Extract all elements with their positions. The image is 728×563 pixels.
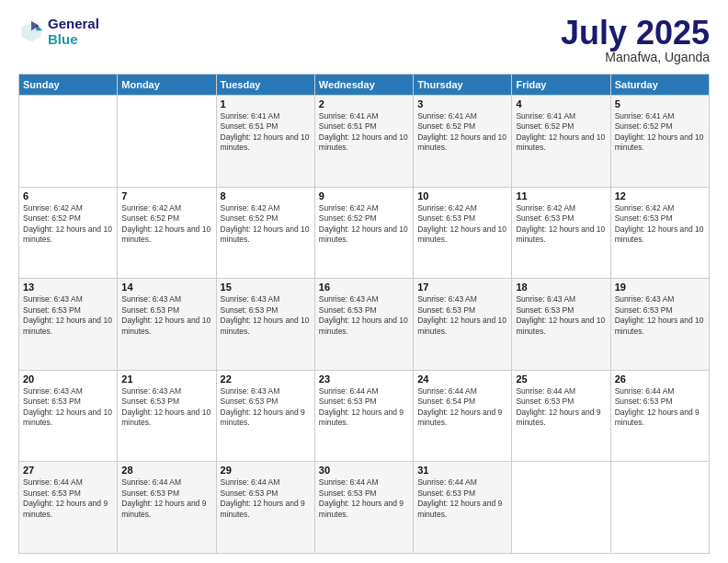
day-info: Sunrise: 6:44 AM Sunset: 6:53 PM Dayligh… <box>221 477 311 520</box>
day-info: Sunrise: 6:41 AM Sunset: 6:51 PM Dayligh… <box>319 111 409 154</box>
logo: General Blue <box>18 17 99 47</box>
day-number: 20 <box>23 373 113 385</box>
header-row: Sunday Monday Tuesday Wednesday Thursday… <box>19 75 710 96</box>
day-info: Sunrise: 6:41 AM Sunset: 6:51 PM Dayligh… <box>221 111 311 154</box>
day-number: 10 <box>417 190 507 201</box>
day-info: Sunrise: 6:44 AM Sunset: 6:54 PM Dayligh… <box>417 386 507 429</box>
calendar-cell: 14Sunrise: 6:43 AM Sunset: 6:53 PM Dayli… <box>118 279 216 371</box>
day-info: Sunrise: 6:43 AM Sunset: 6:53 PM Dayligh… <box>516 294 606 337</box>
calendar-cell: 31Sunrise: 6:44 AM Sunset: 6:53 PM Dayli… <box>414 462 512 554</box>
calendar-cell: 22Sunrise: 6:43 AM Sunset: 6:53 PM Dayli… <box>216 370 314 462</box>
calendar-cell: 27Sunrise: 6:44 AM Sunset: 6:53 PM Dayli… <box>19 462 118 554</box>
day-number: 27 <box>23 465 113 476</box>
page: General Blue July 2025 Manafwa, Uganda S… <box>0 0 728 563</box>
calendar-cell: 2Sunrise: 6:41 AM Sunset: 6:51 PM Daylig… <box>314 96 413 188</box>
calendar-cell: 18Sunrise: 6:43 AM Sunset: 6:53 PM Dayli… <box>512 279 610 371</box>
day-number: 22 <box>221 373 311 385</box>
day-number: 13 <box>23 282 113 293</box>
day-info: Sunrise: 6:43 AM Sunset: 6:53 PM Dayligh… <box>23 294 113 337</box>
calendar-week-2: 6Sunrise: 6:42 AM Sunset: 6:52 PM Daylig… <box>19 187 710 279</box>
day-number: 30 <box>319 465 409 476</box>
calendar-cell: 5Sunrise: 6:41 AM Sunset: 6:52 PM Daylig… <box>610 96 709 188</box>
day-info: Sunrise: 6:42 AM Sunset: 6:53 PM Dayligh… <box>615 203 705 246</box>
day-number: 24 <box>417 373 507 385</box>
calendar-cell: 19Sunrise: 6:43 AM Sunset: 6:53 PM Dayli… <box>610 279 709 371</box>
calendar-cell: 24Sunrise: 6:44 AM Sunset: 6:54 PM Dayli… <box>414 370 512 462</box>
calendar-cell: 23Sunrise: 6:44 AM Sunset: 6:53 PM Dayli… <box>314 370 413 462</box>
calendar-cell: 25Sunrise: 6:44 AM Sunset: 6:53 PM Dayli… <box>512 370 610 462</box>
day-number: 31 <box>417 465 507 476</box>
day-number: 28 <box>121 465 211 476</box>
calendar-week-1: 1Sunrise: 6:41 AM Sunset: 6:51 PM Daylig… <box>19 96 710 188</box>
col-monday: Monday <box>118 75 216 96</box>
day-number: 29 <box>221 465 311 476</box>
calendar-cell <box>118 96 216 188</box>
location-subtitle: Manafwa, Uganda <box>561 50 710 64</box>
day-number: 23 <box>319 373 409 385</box>
calendar-week-4: 20Sunrise: 6:43 AM Sunset: 6:53 PM Dayli… <box>19 370 710 462</box>
day-info: Sunrise: 6:44 AM Sunset: 6:53 PM Dayligh… <box>319 386 409 429</box>
day-info: Sunrise: 6:44 AM Sunset: 6:53 PM Dayligh… <box>121 477 211 520</box>
day-number: 15 <box>221 282 311 293</box>
calendar-cell: 1Sunrise: 6:41 AM Sunset: 6:51 PM Daylig… <box>216 96 314 188</box>
calendar-week-3: 13Sunrise: 6:43 AM Sunset: 6:53 PM Dayli… <box>19 279 710 371</box>
calendar-cell: 10Sunrise: 6:42 AM Sunset: 6:53 PM Dayli… <box>414 187 512 279</box>
calendar-cell: 16Sunrise: 6:43 AM Sunset: 6:53 PM Dayli… <box>314 279 413 371</box>
day-number: 21 <box>121 373 211 385</box>
calendar-cell <box>610 462 709 554</box>
calendar-cell: 8Sunrise: 6:42 AM Sunset: 6:52 PM Daylig… <box>216 187 314 279</box>
day-info: Sunrise: 6:43 AM Sunset: 6:53 PM Dayligh… <box>23 386 113 429</box>
day-info: Sunrise: 6:43 AM Sunset: 6:53 PM Dayligh… <box>221 386 311 429</box>
calendar-cell: 12Sunrise: 6:42 AM Sunset: 6:53 PM Dayli… <box>610 187 709 279</box>
day-info: Sunrise: 6:41 AM Sunset: 6:52 PM Dayligh… <box>516 111 606 154</box>
day-number: 7 <box>121 190 211 201</box>
logo-text: General Blue <box>48 17 99 47</box>
day-number: 3 <box>417 98 507 109</box>
day-info: Sunrise: 6:44 AM Sunset: 6:53 PM Dayligh… <box>319 477 409 520</box>
day-number: 19 <box>615 282 705 293</box>
calendar-cell: 29Sunrise: 6:44 AM Sunset: 6:53 PM Dayli… <box>216 462 314 554</box>
calendar-table: Sunday Monday Tuesday Wednesday Thursday… <box>18 74 710 554</box>
day-number: 14 <box>121 282 211 293</box>
day-number: 11 <box>516 190 606 201</box>
day-info: Sunrise: 6:44 AM Sunset: 6:53 PM Dayligh… <box>516 386 606 429</box>
calendar-cell <box>19 96 118 188</box>
day-info: Sunrise: 6:42 AM Sunset: 6:52 PM Dayligh… <box>221 203 311 246</box>
calendar-cell: 20Sunrise: 6:43 AM Sunset: 6:53 PM Dayli… <box>19 370 118 462</box>
col-friday: Friday <box>512 75 610 96</box>
day-number: 18 <box>516 282 606 293</box>
col-thursday: Thursday <box>414 75 512 96</box>
day-info: Sunrise: 6:42 AM Sunset: 6:53 PM Dayligh… <box>417 203 507 246</box>
day-info: Sunrise: 6:42 AM Sunset: 6:52 PM Dayligh… <box>121 203 211 246</box>
calendar-cell: 17Sunrise: 6:43 AM Sunset: 6:53 PM Dayli… <box>414 279 512 371</box>
day-info: Sunrise: 6:43 AM Sunset: 6:53 PM Dayligh… <box>417 294 507 337</box>
calendar-cell: 26Sunrise: 6:44 AM Sunset: 6:53 PM Dayli… <box>610 370 709 462</box>
day-info: Sunrise: 6:41 AM Sunset: 6:52 PM Dayligh… <box>417 111 507 154</box>
day-number: 26 <box>615 373 705 385</box>
day-number: 9 <box>319 190 409 201</box>
calendar-cell: 3Sunrise: 6:41 AM Sunset: 6:52 PM Daylig… <box>414 96 512 188</box>
day-info: Sunrise: 6:44 AM Sunset: 6:53 PM Dayligh… <box>417 477 507 520</box>
day-info: Sunrise: 6:43 AM Sunset: 6:53 PM Dayligh… <box>121 294 211 337</box>
calendar-cell: 7Sunrise: 6:42 AM Sunset: 6:52 PM Daylig… <box>118 187 216 279</box>
calendar-cell: 11Sunrise: 6:42 AM Sunset: 6:53 PM Dayli… <box>512 187 610 279</box>
col-wednesday: Wednesday <box>314 75 413 96</box>
calendar-cell: 21Sunrise: 6:43 AM Sunset: 6:53 PM Dayli… <box>118 370 216 462</box>
day-number: 6 <box>23 190 113 201</box>
day-number: 4 <box>516 98 606 109</box>
day-number: 16 <box>319 282 409 293</box>
day-info: Sunrise: 6:42 AM Sunset: 6:52 PM Dayligh… <box>319 203 409 246</box>
day-info: Sunrise: 6:43 AM Sunset: 6:53 PM Dayligh… <box>319 294 409 337</box>
title-block: July 2025 Manafwa, Uganda <box>561 17 710 64</box>
day-info: Sunrise: 6:43 AM Sunset: 6:53 PM Dayligh… <box>221 294 311 337</box>
day-info: Sunrise: 6:41 AM Sunset: 6:52 PM Dayligh… <box>615 111 705 154</box>
day-number: 25 <box>516 373 606 385</box>
day-info: Sunrise: 6:42 AM Sunset: 6:52 PM Dayligh… <box>23 203 113 246</box>
calendar-cell <box>512 462 610 554</box>
col-saturday: Saturday <box>610 75 709 96</box>
calendar-cell: 4Sunrise: 6:41 AM Sunset: 6:52 PM Daylig… <box>512 96 610 188</box>
day-info: Sunrise: 6:42 AM Sunset: 6:53 PM Dayligh… <box>516 203 606 246</box>
day-info: Sunrise: 6:44 AM Sunset: 6:53 PM Dayligh… <box>23 477 113 520</box>
calendar-cell: 28Sunrise: 6:44 AM Sunset: 6:53 PM Dayli… <box>118 462 216 554</box>
day-number: 12 <box>615 190 705 201</box>
